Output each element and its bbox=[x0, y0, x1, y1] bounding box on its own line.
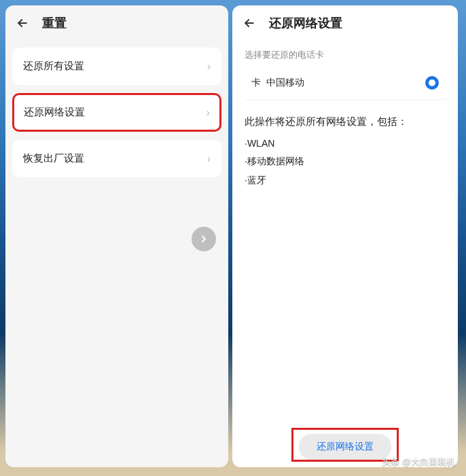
back-icon[interactable] bbox=[15, 16, 30, 31]
page-title: 还原网络设置 bbox=[269, 15, 342, 31]
row-label: 还原网络设置 bbox=[24, 106, 85, 119]
back-icon[interactable] bbox=[242, 16, 257, 31]
watermark: 头条 @大白菜装机 bbox=[382, 456, 455, 468]
bullet-mobile-data: ·移动数据网络 bbox=[245, 155, 446, 168]
chevron-right-icon: › bbox=[207, 107, 210, 119]
sim-label: 卡 中国移动 bbox=[251, 77, 304, 89]
network-reset-panel: 还原网络设置 选择要还原的电话卡 卡 中国移动 此操作将还原所有网络设置，包括：… bbox=[232, 5, 458, 467]
left-header: 重置 bbox=[5, 5, 228, 41]
chevron-right-icon: › bbox=[207, 153, 211, 165]
page-title: 重置 bbox=[42, 15, 67, 31]
reset-all-row[interactable]: 还原所有设置 › bbox=[12, 48, 221, 85]
sim-select-header: 选择要还原的电话卡 bbox=[232, 41, 458, 67]
next-fab-button[interactable] bbox=[192, 227, 216, 251]
reset-bullets: ·WLAN ·移动数据网络 ·蓝牙 bbox=[232, 138, 458, 194]
sim-card-option[interactable]: 卡 中国移动 bbox=[240, 67, 450, 99]
reset-description: 此操作将还原所有网络设置，包括： bbox=[232, 99, 458, 138]
reset-network-button[interactable]: 还原网络设置 bbox=[299, 434, 391, 460]
reset-options-list: 还原所有设置 › 还原网络设置 › 恢复出厂设置 › bbox=[5, 41, 228, 177]
radio-selected-icon bbox=[425, 76, 439, 90]
bullet-wlan: ·WLAN bbox=[245, 138, 446, 149]
reset-network-row[interactable]: 还原网络设置 › bbox=[12, 93, 221, 132]
row-label: 还原所有设置 bbox=[23, 60, 84, 73]
factory-reset-row[interactable]: 恢复出厂设置 › bbox=[12, 140, 221, 177]
bullet-bluetooth: ·蓝牙 bbox=[245, 175, 446, 187]
right-header: 还原网络设置 bbox=[232, 5, 458, 41]
chevron-right-icon: › bbox=[207, 60, 211, 73]
reset-panel: 重置 还原所有设置 › 还原网络设置 › 恢复出厂设置 › bbox=[5, 5, 228, 467]
row-label: 恢复出厂设置 bbox=[23, 152, 84, 165]
